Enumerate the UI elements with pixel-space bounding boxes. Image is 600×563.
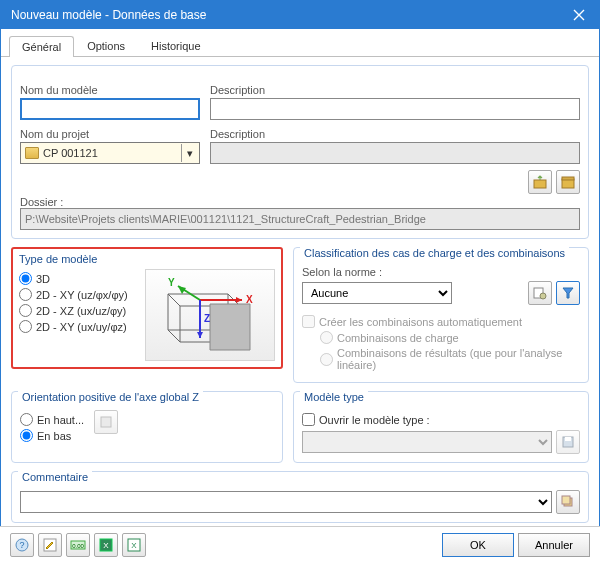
group-classification: Classification des cas de charge et des … [293, 247, 589, 383]
svg-text:Y: Y [168, 277, 175, 288]
svg-marker-17 [197, 332, 203, 338]
checkbox-auto-create: Créer les combinaisons automatiquement [302, 315, 580, 328]
titlebar: Nouveau modèle - Données de base [1, 1, 599, 29]
window-title: Nouveau modèle - Données de base [11, 8, 206, 22]
tab-general[interactable]: Général [9, 36, 74, 57]
cancel-button[interactable]: Annuler [518, 533, 590, 557]
radio-z-up[interactable]: En haut... [20, 413, 84, 426]
stack-icon [561, 495, 575, 509]
template-legend: Modèle type [300, 391, 368, 403]
svg-text:?: ? [19, 540, 24, 550]
svg-rect-21 [101, 417, 111, 427]
box-icon [561, 175, 575, 189]
checkbox-open-template[interactable]: Ouvrir le modèle type : [302, 413, 580, 426]
svg-text:X: X [103, 541, 109, 550]
footer: ? 0.00 X X OK Annuler [0, 526, 600, 563]
group-name-project: Nom du modèle Description Nom du projet … [11, 65, 589, 239]
svg-text:Z: Z [204, 313, 210, 324]
comment-library-button[interactable] [556, 490, 580, 514]
radio-result-comb: Combinaisons de résultats (que pour l'an… [320, 347, 580, 371]
svg-text:X: X [246, 294, 253, 305]
save-icon [561, 435, 575, 449]
template-select [302, 431, 552, 453]
tab-options[interactable]: Options [74, 35, 138, 56]
radio-2d-xy-1[interactable]: 2D - XY (uz/φx/φy) [19, 288, 139, 301]
model-type-preview: X Y Z [145, 269, 275, 361]
svg-point-20 [540, 293, 546, 299]
comment-legend: Commentaire [18, 471, 92, 483]
project-select[interactable]: CP 001121 ▾ [20, 142, 200, 164]
description1-input[interactable] [210, 98, 580, 120]
description2-input[interactable] [210, 142, 580, 164]
radio-2d-xz[interactable]: 2D - XZ (ux/uz/φy) [19, 304, 139, 317]
project-manager-button[interactable] [528, 170, 552, 194]
group-model-type: Type de modèle 3D 2D - XY (uz/φx/φy) 2D … [11, 247, 283, 369]
folder-icon [25, 147, 39, 159]
gear-book-icon [533, 286, 547, 300]
tool-icon [99, 415, 113, 429]
project-name-label: Nom du projet [20, 128, 200, 140]
close-icon [573, 9, 585, 21]
pencil-icon [43, 538, 57, 552]
units-icon: 0.00 [70, 538, 86, 552]
close-button[interactable] [559, 1, 599, 29]
radio-z-down[interactable]: En bas [20, 429, 84, 442]
project-name-value: CP 001121 [43, 147, 177, 159]
svg-rect-23 [565, 437, 571, 441]
box-arrow-icon [533, 175, 547, 189]
svg-rect-0 [534, 180, 546, 188]
folder-input[interactable] [20, 208, 580, 230]
orientation-tool-button[interactable] [94, 410, 118, 434]
filter-icon [561, 286, 575, 300]
template-browse-button[interactable] [556, 430, 580, 454]
tab-strip: Général Options Historique [1, 29, 599, 57]
group-orientation: Orientation positive de l'axe global Z E… [11, 391, 283, 463]
model-name-input[interactable] [20, 98, 200, 120]
svg-line-5 [168, 330, 180, 342]
group-template: Modèle type Ouvrir le modèle type : [293, 391, 589, 463]
norm-label: Selon la norme : [302, 266, 580, 278]
radio-load-comb: Combinaisons de charge [320, 331, 580, 344]
norm-filter-button[interactable] [556, 281, 580, 305]
project-dropdown-arrow[interactable]: ▾ [181, 144, 197, 162]
units-button[interactable]: 0.00 [66, 533, 90, 557]
tab-history[interactable]: Historique [138, 35, 214, 56]
comment-select[interactable] [20, 491, 552, 513]
description2-label: Description [210, 128, 580, 140]
svg-marker-9 [210, 304, 250, 350]
model-type-legend: Type de modèle [19, 253, 275, 265]
ok-button[interactable]: OK [442, 533, 514, 557]
svg-rect-25 [562, 496, 570, 504]
group-comment: Commentaire [11, 471, 589, 523]
project-settings-button[interactable] [556, 170, 580, 194]
help-button[interactable]: ? [10, 533, 34, 557]
excel-export-button[interactable]: X [94, 533, 118, 557]
radio-2d-xy-2[interactable]: 2D - XY (ux/uy/φz) [19, 320, 139, 333]
classification-legend: Classification des cas de charge et des … [300, 247, 569, 259]
svg-text:0.00: 0.00 [72, 543, 84, 549]
description1-label: Description [210, 84, 580, 96]
svg-text:X: X [131, 541, 137, 550]
norm-settings-button[interactable] [528, 281, 552, 305]
edit-button[interactable] [38, 533, 62, 557]
svg-rect-2 [562, 177, 574, 180]
norm-select[interactable]: Aucune [302, 282, 452, 304]
excel-import-button[interactable]: X [122, 533, 146, 557]
radio-3d[interactable]: 3D [19, 272, 139, 285]
folder-label: Dossier : [20, 196, 63, 208]
excel-import-icon: X [127, 538, 141, 552]
question-icon: ? [15, 538, 29, 552]
orientation-legend: Orientation positive de l'axe global Z [18, 391, 203, 403]
model-name-label: Nom du modèle [20, 84, 200, 96]
excel-icon: X [99, 538, 113, 552]
svg-line-7 [168, 294, 180, 306]
svg-marker-11 [236, 297, 242, 303]
